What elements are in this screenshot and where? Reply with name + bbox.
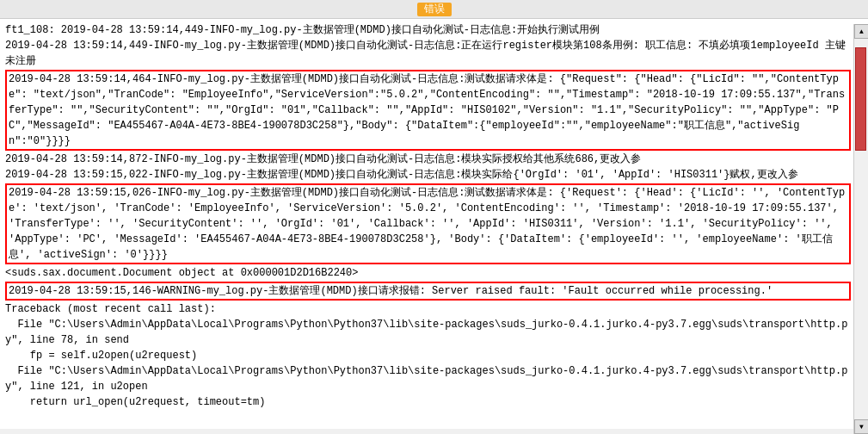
scrollbar[interactable]: ▲ ▼ bbox=[853, 24, 868, 434]
log-line: Traceback (most recent call last): bbox=[5, 301, 851, 317]
scroll-up-button[interactable]: ▲ bbox=[854, 24, 868, 39]
log-line: 2019-04-28 13:59:15,022-INFO-my_log.py-主… bbox=[5, 167, 851, 183]
log-line: <suds.sax.document.Document object at 0x… bbox=[5, 265, 851, 281]
scroll-track bbox=[854, 39, 868, 419]
highlight-log-block: 2019-04-28 13:59:14,464-INFO-my_log.py-主… bbox=[5, 70, 851, 151]
title-bar: 错误 bbox=[0, 0, 868, 19]
log-line: fp = self.u2open(u2request) bbox=[5, 348, 851, 363]
scroll-thumb[interactable] bbox=[855, 47, 866, 151]
scroll-down-button[interactable]: ▼ bbox=[854, 419, 868, 434]
log-line: 2019-04-28 13:59:14,872-INFO-my_log.py-主… bbox=[5, 152, 851, 167]
log-line: return url_open(u2request, timeout=tm) bbox=[5, 394, 851, 410]
log-container[interactable]: ft1_108: 2019-04-28 13:59:14,449-INFO-my… bbox=[0, 19, 868, 429]
highlight-log-block: 2019-04-28 13:59:15,026-INFO-my_log.py-主… bbox=[5, 183, 851, 264]
warning-log-block: 2019-04-28 13:59:15,146-WARNING-my_log.p… bbox=[5, 282, 851, 301]
log-line: ft1_108: 2019-04-28 13:59:14,449-INFO-my… bbox=[5, 22, 851, 38]
log-line: 2019-04-28 13:59:14,449-INFO-my_log.py-主… bbox=[5, 38, 851, 69]
log-line: File "C:\Users\Admin\AppData\Local\Progr… bbox=[5, 317, 851, 348]
log-line: File "C:\Users\Admin\AppData\Local\Progr… bbox=[5, 363, 851, 394]
title-label: 错误 bbox=[417, 3, 452, 16]
